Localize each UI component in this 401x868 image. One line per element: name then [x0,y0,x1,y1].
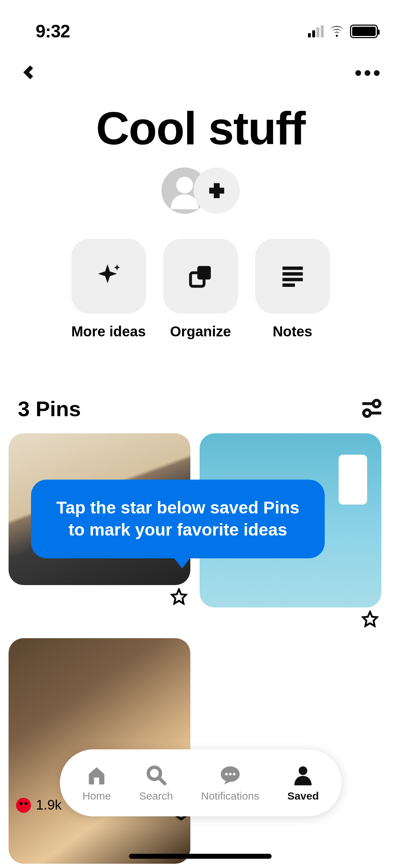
profile-icon [292,764,314,786]
notifications-icon [219,764,242,786]
pins-count: 3 Pins [18,397,81,421]
action-label: Notes [273,324,312,340]
svg-point-21 [233,773,235,775]
favorite-hint-tooltip[interactable]: Tap the star below saved Pins to mark yo… [31,480,325,558]
notes-action[interactable]: Notes [255,239,330,340]
nav-label: Home [82,790,111,802]
svg-point-22 [299,766,307,775]
home-indicator[interactable] [129,854,272,859]
svg-point-13 [364,410,370,417]
status-indicators [308,24,378,38]
pins-header: 3 Pins [0,397,401,421]
filter-button[interactable] [360,398,383,420]
more-ideas-action[interactable]: More ideas [71,239,146,340]
organize-action[interactable]: Organize [163,239,238,340]
svg-point-11 [373,400,380,407]
svg-line-17 [159,779,165,784]
action-label: More ideas [71,324,146,340]
nav-notifications[interactable]: Notifications [201,764,259,802]
add-collaborator-button[interactable] [194,167,240,214]
collaborators-row [0,167,401,214]
nav-label: Notifications [201,790,259,802]
nav-label: Saved [287,790,319,802]
more-options-button[interactable] [355,70,380,76]
search-icon [145,764,168,786]
notes-icon [255,239,330,314]
organize-icon [163,239,238,314]
battery-icon [350,25,378,38]
board-actions-row: More ideas Organize Notes [0,239,401,340]
favorite-star-button[interactable] [170,588,187,606]
home-icon [85,764,108,786]
nav-home[interactable]: Home [82,764,111,802]
board-title: Cool stuff [0,102,401,155]
svg-marker-14 [172,589,186,604]
cellular-signal-icon [308,25,324,37]
nav-saved[interactable]: Saved [287,764,319,802]
svg-point-1 [176,177,193,193]
reaction-count: 1.9k [36,797,62,813]
status-bar: 9:32 [0,0,401,50]
tooltip-text: Tap the star below saved Pins to mark yo… [49,497,307,541]
svg-point-19 [225,773,227,775]
sparkle-icon [71,239,146,314]
bottom-nav: Home Search Notifications Saved [60,749,341,816]
wifi-icon [329,24,345,38]
status-time: 9:32 [36,21,70,42]
svg-point-20 [229,773,231,775]
svg-marker-15 [363,612,377,626]
nav-label: Search [139,790,173,802]
nav-search[interactable]: Search [139,764,173,802]
favorite-star-button[interactable] [361,610,379,629]
heart-reaction-icon [16,798,31,813]
pin-reaction[interactable]: 1.9k [16,797,62,813]
header-nav [0,50,401,82]
action-label: Organize [170,324,231,340]
back-button[interactable] [21,64,38,82]
